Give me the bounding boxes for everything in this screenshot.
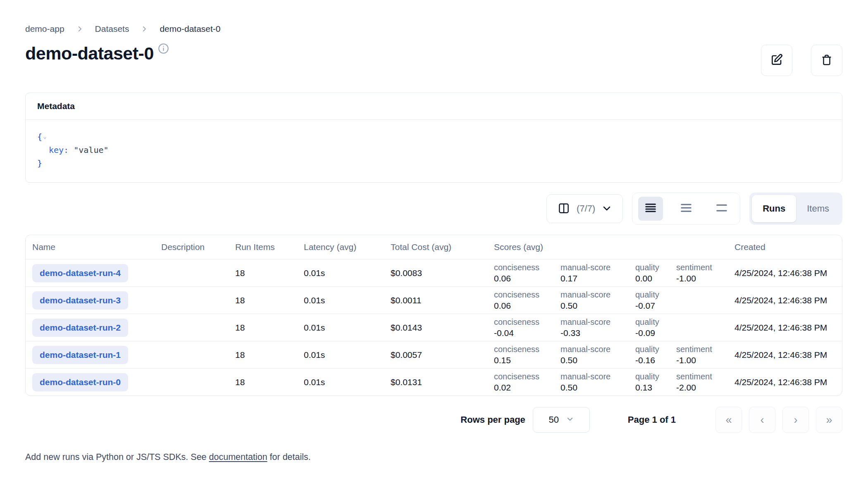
score-value: 0.06: [494, 300, 560, 311]
scores-cell: conciseness0.15manual-score0.50quality-0…: [491, 344, 734, 366]
header-description: Description: [161, 242, 235, 252]
edit-dataset-button[interactable]: [761, 45, 792, 76]
run-link[interactable]: demo-dataset-run-1: [32, 346, 128, 364]
score-value: 0.15: [494, 355, 560, 366]
latency-cell: 0.01s: [304, 377, 391, 387]
title-row: demo-dataset-0: [25, 44, 842, 76]
row-height-toggle-group: [632, 193, 740, 225]
edit-icon: [770, 53, 783, 68]
created-cell: 4/25/2024, 12:46:38 PM: [734, 323, 842, 333]
column-visibility-button[interactable]: (7/7): [546, 194, 623, 223]
previous-page-button[interactable]: ‹: [749, 407, 775, 433]
row-height-small-button[interactable]: [638, 197, 663, 221]
score-value: -0.33: [560, 327, 635, 338]
run-items-cell: 18: [235, 323, 304, 333]
next-page-button[interactable]: ›: [782, 407, 809, 433]
row-height-medium-button[interactable]: [674, 197, 699, 221]
score-value: 0.17: [560, 273, 635, 284]
last-page-button[interactable]: »: [816, 407, 842, 433]
table-header-row: Name Description Run Items Latency (avg)…: [26, 235, 842, 259]
chevron-right-icon: [141, 25, 148, 33]
score-label: quality: [635, 371, 676, 382]
score-label: quality: [635, 344, 676, 355]
dataset-detail-page: demo-app Datasets demo-dataset-0 demo-da…: [0, 0, 868, 462]
score-item: conciseness0.02: [494, 371, 560, 393]
collapse-caret-icon[interactable]: ⌄: [43, 133, 47, 140]
tab-items[interactable]: Items: [796, 195, 840, 222]
runs-table: Name Description Run Items Latency (avg)…: [25, 235, 842, 396]
header-name: Name: [31, 242, 161, 252]
rows-per-page-select[interactable]: 50: [533, 407, 590, 433]
score-label: manual-score: [560, 262, 635, 273]
column-visibility-count: (7/7): [577, 203, 595, 214]
tab-runs[interactable]: Runs: [752, 195, 796, 222]
json-line-open[interactable]: {⌄: [37, 130, 830, 143]
name-cell: demo-dataset-run-1: [31, 346, 161, 364]
metadata-panel: Metadata {⌄ key: "value" }: [25, 93, 842, 183]
score-item: conciseness0.15: [494, 344, 560, 366]
latency-cell: 0.01s: [304, 295, 391, 305]
score-label: quality: [635, 317, 676, 327]
first-page-button[interactable]: «: [715, 407, 742, 433]
breadcrumb-item-current[interactable]: demo-dataset-0: [160, 24, 220, 34]
rows-small-icon: [644, 202, 657, 216]
run-link[interactable]: demo-dataset-run-3: [32, 291, 128, 310]
header-run-items: Run Items: [235, 242, 304, 252]
documentation-link[interactable]: documentation: [209, 452, 267, 462]
score-label: manual-score: [560, 371, 635, 382]
json-line-key-value: key: "value": [37, 143, 830, 157]
header-created: Created: [734, 242, 842, 252]
page-info: Page 1 of 1: [628, 414, 676, 425]
score-value: -2.00: [676, 382, 734, 393]
delete-dataset-button[interactable]: [811, 45, 842, 76]
metadata-json-viewer: {⌄ key: "value" }: [26, 120, 842, 182]
run-link[interactable]: demo-dataset-run-4: [32, 264, 128, 282]
score-item: sentiment-1.00: [676, 344, 734, 366]
breadcrumb-item-project[interactable]: demo-app: [25, 24, 64, 34]
total-cost-cell: $0.0011: [391, 295, 491, 305]
breadcrumb-item-datasets[interactable]: Datasets: [95, 24, 129, 34]
scores-cell: conciseness0.02manual-score0.50quality0.…: [491, 371, 734, 393]
footer-note: Add new runs via Python or JS/TS SDKs. S…: [25, 452, 842, 462]
score-value: 0.13: [635, 382, 676, 393]
pagination-bar: Rows per page 50 Page 1 of 1 « ‹ › »: [25, 407, 842, 433]
rows-medium-icon: [680, 202, 692, 216]
score-value: -1.00: [676, 355, 734, 366]
table-row: demo-dataset-run-2180.01s$0.0143concisen…: [26, 314, 842, 341]
table-row: demo-dataset-run-1180.01s$0.0057concisen…: [26, 341, 842, 368]
header-latency: Latency (avg): [304, 242, 391, 252]
scores-cell: conciseness-0.04manual-score-0.33quality…: [491, 317, 734, 338]
latency-cell: 0.01s: [304, 323, 391, 333]
header-scores: Scores (avg): [491, 242, 734, 252]
chevron-down-icon: [602, 203, 612, 214]
score-item: manual-score0.50: [560, 344, 635, 366]
json-line-close: }: [37, 157, 830, 170]
run-link[interactable]: demo-dataset-run-2: [32, 319, 128, 337]
name-cell: demo-dataset-run-4: [31, 264, 161, 282]
page-title: demo-dataset-0: [25, 44, 154, 63]
total-cost-cell: $0.0131: [391, 377, 491, 387]
created-cell: 4/25/2024, 12:46:38 PM: [734, 350, 842, 360]
chevron-right-icon: [76, 25, 83, 33]
scores-cell: conciseness0.06manual-score0.50quality-0…: [491, 290, 734, 311]
score-value: 0.06: [494, 273, 560, 284]
chevron-down-icon: [566, 414, 574, 425]
run-items-cell: 18: [235, 295, 304, 305]
score-label: conciseness: [494, 290, 560, 300]
metadata-panel-title: Metadata: [26, 93, 842, 120]
rows-per-page-label: Rows per page: [460, 414, 525, 425]
score-item: conciseness0.06: [494, 262, 560, 284]
run-link[interactable]: demo-dataset-run-0: [32, 373, 128, 391]
score-label: sentiment: [676, 371, 734, 382]
info-icon[interactable]: [158, 43, 169, 56]
name-cell: demo-dataset-run-2: [31, 319, 161, 337]
table-row: demo-dataset-run-3180.01s$0.0011concisen…: [26, 286, 842, 314]
score-label: quality: [635, 262, 676, 273]
row-height-large-button[interactable]: [709, 197, 734, 221]
score-value: -0.04: [494, 327, 560, 338]
score-label: conciseness: [494, 371, 560, 382]
score-label: quality: [635, 290, 676, 300]
rows-per-page-value: 50: [549, 414, 559, 425]
score-label: manual-score: [560, 317, 635, 327]
score-item: quality0.00: [635, 262, 676, 284]
